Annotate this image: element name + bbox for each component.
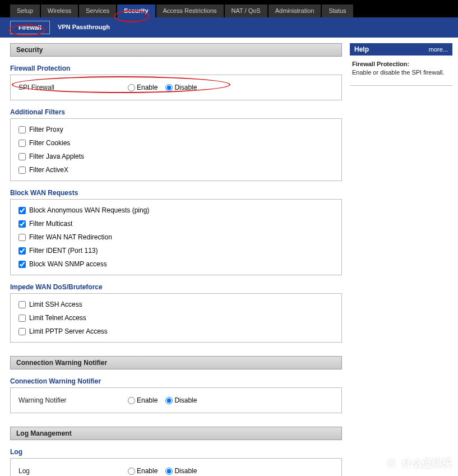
impede-label: Limit PPTP Server Access	[29, 327, 108, 335]
blockwan-label: Block WAN SNMP access	[29, 260, 107, 268]
warn-enable-radio[interactable]	[128, 397, 135, 404]
section-block-wan: Block WAN Requests	[10, 189, 342, 197]
group-header-conn-warn: Connection Warning Notifier	[10, 356, 342, 369]
tab-wireless[interactable]: Wireless	[41, 4, 78, 17]
main-column: Security Firewall Protection SPI Firewal…	[10, 43, 342, 476]
section-impede: Impede WAN DoS/Bruteforce	[10, 283, 342, 291]
tab-access-restrictions[interactable]: Access Restrictions	[156, 4, 224, 17]
help-more-link[interactable]: more...	[429, 46, 448, 53]
blockwan-item[interactable]: Filter Multicast	[18, 220, 334, 228]
log-box: Log Enable Disable	[10, 458, 342, 476]
spi-disable-text: Disable	[174, 84, 197, 91]
help-heading: Firewall Protection:	[352, 61, 409, 67]
blockwan-item[interactable]: Filter WAN NAT Redirection	[18, 233, 334, 241]
spi-enable-option[interactable]: Enable	[128, 84, 158, 91]
section-log: Log	[10, 448, 342, 456]
subtab-firewall-label: Firewall	[18, 24, 41, 31]
filter-item[interactable]: Filter ActiveX	[18, 166, 334, 174]
blockwan-checkbox[interactable]	[18, 207, 26, 214]
filters-box: Filter ProxyFilter CookiesFilter Java Ap…	[10, 118, 342, 181]
filter-checkbox[interactable]	[18, 126, 26, 133]
impede-label: Limit Telnet Access	[29, 314, 86, 322]
blockwan-label: Block Anonymous WAN Requests (ping)	[29, 206, 149, 214]
filter-checkbox[interactable]	[18, 153, 26, 160]
firewall-box: SPI Firewall Enable Disable	[10, 75, 342, 100]
blockwan-checkbox[interactable]	[18, 261, 26, 268]
warn-disable-radio[interactable]	[165, 397, 173, 404]
log-enable-option[interactable]: Enable	[128, 467, 158, 475]
blockwan-item[interactable]: Block Anonymous WAN Requests (ping)	[18, 206, 334, 214]
spi-enable-radio[interactable]	[128, 84, 135, 91]
filter-label: Filter Proxy	[29, 126, 63, 133]
blockwan-checkbox[interactable]	[18, 247, 26, 255]
impede-item[interactable]: Limit PPTP Server Access	[18, 327, 334, 335]
subtab-vpn-passthrough[interactable]: VPN Passthrough	[50, 21, 118, 34]
spi-firewall-label: SPI Firewall	[18, 84, 128, 91]
blockwan-checkbox[interactable]	[18, 234, 26, 241]
log-enable-radio[interactable]	[128, 468, 135, 475]
tab-services[interactable]: Services	[79, 4, 116, 17]
filter-item[interactable]: Filter Java Applets	[18, 152, 334, 160]
impede-checkbox[interactable]	[18, 315, 26, 322]
impede-item[interactable]: Limit SSH Access	[18, 301, 334, 308]
content: Security Firewall Protection SPI Firewal…	[0, 38, 458, 476]
group-header-security: Security	[10, 43, 342, 57]
log-label: Log	[18, 467, 128, 475]
filter-label: Filter Java Applets	[29, 152, 84, 160]
impede-box: Limit SSH AccessLimit Telnet AccessLimit…	[10, 293, 342, 343]
section-additional-filters: Additional Filters	[10, 108, 342, 116]
help-title: Help	[354, 45, 369, 53]
spi-enable-text: Enable	[137, 84, 158, 91]
conn-warn-box: Warning Notifier Enable Disable	[10, 387, 342, 413]
tab-administration[interactable]: Administration	[269, 4, 321, 17]
filter-checkbox[interactable]	[18, 167, 26, 174]
tab-status[interactable]: Status	[322, 4, 353, 17]
help-body: Firewall Protection: Enable or disable t…	[350, 56, 452, 82]
filter-checkbox[interactable]	[18, 140, 26, 147]
tab-setup[interactable]: Setup	[10, 4, 40, 17]
impede-item[interactable]: Limit Telnet Access	[18, 314, 334, 322]
section-firewall-protection: Firewall Protection	[10, 64, 342, 72]
tab-nat-qos[interactable]: NAT / QoS	[225, 4, 267, 17]
blockwan-label: Filter WAN NAT Redirection	[29, 233, 112, 241]
log-disable-radio[interactable]	[165, 468, 173, 475]
help-column: Help more... Firewall Protection: Enable…	[350, 43, 452, 86]
help-divider	[350, 85, 452, 86]
top-strip	[0, 0, 458, 4]
warn-disable-text: Disable	[174, 396, 197, 404]
blockwan-label: Filter Multicast	[29, 220, 72, 228]
spi-disable-radio[interactable]	[165, 84, 173, 91]
blockwan-checkbox[interactable]	[18, 220, 26, 228]
spi-disable-option[interactable]: Disable	[165, 84, 197, 91]
main-tabs: Setup Wireless Services Security Access …	[0, 4, 458, 17]
filter-label: Filter ActiveX	[29, 166, 68, 174]
filter-label: Filter Cookies	[29, 139, 70, 147]
filter-item[interactable]: Filter Cookies	[18, 139, 334, 147]
tab-security[interactable]: Security	[117, 4, 155, 17]
warning-notifier-label: Warning Notifier	[18, 396, 128, 404]
filter-item[interactable]: Filter Proxy	[18, 126, 334, 133]
log-disable-text: Disable	[174, 467, 197, 475]
subtab-firewall[interactable]: Firewall	[10, 21, 50, 34]
warn-disable-option[interactable]: Disable	[165, 396, 197, 404]
help-text: Enable or disable the SPI firewall.	[352, 69, 444, 76]
warn-enable-option[interactable]: Enable	[128, 396, 158, 404]
warn-enable-text: Enable	[137, 396, 158, 404]
blockwan-label: Filter IDENT (Port 113)	[29, 247, 98, 255]
blockwan-item[interactable]: Block WAN SNMP access	[18, 260, 334, 268]
impede-checkbox[interactable]	[18, 301, 26, 308]
log-disable-option[interactable]: Disable	[165, 467, 197, 475]
impede-label: Limit SSH Access	[29, 301, 82, 308]
blockwan-item[interactable]: Filter IDENT (Port 113)	[18, 247, 334, 255]
help-header: Help more...	[350, 43, 452, 56]
impede-checkbox[interactable]	[18, 328, 26, 335]
section-conn-warn: Connection Warning Notifier	[10, 377, 342, 385]
block-wan-box: Block Anonymous WAN Requests (ping)Filte…	[10, 199, 342, 275]
sub-tabs: Firewall VPN Passthrough	[0, 17, 458, 38]
log-enable-text: Enable	[137, 467, 158, 475]
group-header-log: Log Management	[10, 427, 342, 440]
tab-security-label: Security	[124, 7, 148, 14]
